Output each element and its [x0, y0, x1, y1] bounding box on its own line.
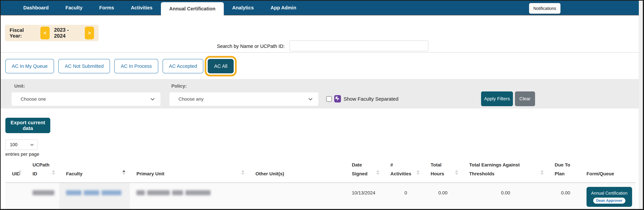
filter-ac-accepted[interactable]: AC Accepted: [162, 59, 204, 73]
nav-tab-faculty[interactable]: Faculty: [57, 1, 91, 15]
filter-ac-in-my-queue[interactable]: AC In My Queue: [5, 59, 54, 73]
redacted-value: [136, 190, 145, 195]
export-current-data-button[interactable]: Export current data: [5, 118, 50, 133]
sort-icon: [52, 170, 55, 175]
nav-tab-forms[interactable]: Forms: [91, 1, 122, 15]
cell-form-queue: Annual Certification Dean Approver: [580, 183, 636, 209]
cell-due-to-plan: 0.00: [548, 183, 580, 209]
sort-icon: [455, 170, 458, 175]
apply-filters-button[interactable]: Apply Filters: [481, 91, 513, 106]
clear-filters-button[interactable]: Clear: [515, 91, 535, 106]
redacted-value: [147, 190, 170, 195]
notifications-button[interactable]: Notifications: [529, 3, 560, 14]
search-label: Search by Name or UCPath ID:: [217, 43, 285, 49]
chevron-down-icon: [151, 97, 154, 100]
filter-panel: Unit: Choose one Policy: Choose any Show…: [1, 79, 639, 109]
search-input[interactable]: [290, 40, 428, 51]
show-faculty-separated-label: Show Faculty Separated: [344, 96, 398, 102]
policy-select[interactable]: Choose any: [169, 92, 319, 106]
entries-per-page-label: entries per page: [5, 152, 639, 157]
cell-date-signed: 10/13/2024: [345, 183, 384, 209]
cell-other-units: [249, 183, 345, 209]
redacted-value: [172, 190, 183, 195]
col-header-ucpath-id[interactable]: UCPath ID: [26, 160, 59, 183]
vertical-scrollbar[interactable]: [639, 1, 643, 209]
filter-ac-not-submitted[interactable]: AC Not Submitted: [58, 59, 110, 73]
col-header-form-queue: Form/Queue: [580, 160, 636, 183]
cell-num-activities: 0: [384, 183, 424, 209]
cell-total-earnings: 0.00: [462, 183, 548, 209]
fiscal-year-section: Fiscal Year: < 2023 - 2024 > Search by N…: [1, 15, 639, 53]
fiscal-year-label: Fiscal Year:: [10, 27, 36, 39]
col-header-total-earnings[interactable]: Total Earnings Against Thresholds: [462, 160, 548, 183]
nav-tab-annual-certification[interactable]: Annual Certification: [161, 2, 224, 15]
redacted-link: [84, 190, 99, 195]
entries-per-page-select[interactable]: 100: [5, 140, 38, 150]
nav-tab-app-admin[interactable]: App Admin: [262, 1, 305, 15]
sort-icon: [241, 170, 244, 175]
cell-uid: [5, 183, 26, 209]
filter-ac-in-process[interactable]: AC In Process: [114, 59, 158, 73]
sort-icon: [540, 170, 544, 175]
certification-table: UID UCPath ID Faculty Primary Unit Other…: [5, 160, 636, 209]
redacted-value: [186, 190, 210, 195]
dean-approver-badge: Dean Approver: [593, 198, 626, 204]
col-header-num-activities[interactable]: # Activities: [384, 160, 424, 183]
policy-select-value: Choose any: [178, 96, 204, 102]
page-content: Dashboard Faculty Forms Activities Annua…: [1, 1, 639, 209]
nav-tab-dashboard[interactable]: Dashboard: [15, 1, 57, 15]
col-header-primary-unit[interactable]: Primary Unit: [130, 160, 249, 183]
redacted-link: [102, 190, 121, 195]
chevron-down-icon: [30, 143, 33, 146]
col-header-uid[interactable]: UID: [5, 160, 26, 183]
annual-certification-button-label: Annual Certification: [588, 190, 630, 197]
nav-tab-analytics[interactable]: Analytics: [224, 1, 262, 15]
nav-tab-activities[interactable]: Activities: [122, 1, 161, 15]
purple-app-icon: [334, 95, 341, 102]
zigzag-glyph: [336, 96, 340, 101]
redacted-value: [32, 190, 54, 195]
status-filter-row: AC In My Queue AC Not Submitted AC In Pr…: [1, 53, 639, 79]
unit-label: Unit:: [14, 83, 25, 89]
cell-ucpath-id-redacted: [26, 183, 59, 209]
sort-icon: [416, 170, 420, 175]
filter-ac-all[interactable]: AC All: [208, 59, 234, 73]
fiscal-year-next-button[interactable]: >: [85, 27, 94, 39]
col-header-total-hours[interactable]: Total Hours: [424, 160, 462, 183]
col-header-other-units: Other Unit(s): [249, 160, 345, 183]
entries-per-page-value: 100: [10, 142, 18, 147]
unit-select[interactable]: Choose one: [11, 92, 161, 106]
cell-faculty-redacted[interactable]: [59, 183, 130, 209]
sort-icon: [376, 170, 379, 175]
col-header-date-signed[interactable]: Date Signed: [345, 160, 384, 183]
unit-select-value: Choose one: [20, 96, 46, 102]
policy-label: Policy:: [171, 83, 187, 89]
col-header-due-to-plan: Due To Plan: [548, 160, 580, 183]
cell-primary-unit-redacted: [130, 183, 249, 209]
fiscal-year-value: 2023 - 2024: [54, 27, 80, 39]
sort-icon: [18, 170, 22, 175]
annual-certification-button[interactable]: Annual Certification Dean Approver: [586, 187, 632, 207]
sort-icon-ascending: [122, 170, 126, 175]
chevron-down-icon: [308, 97, 312, 100]
show-faculty-separated-checkbox[interactable]: [326, 96, 332, 102]
redacted-link: [66, 190, 82, 195]
top-navbar: Dashboard Faculty Forms Activities Annua…: [1, 1, 639, 15]
cell-total-hours: 0.00: [424, 183, 462, 209]
col-header-faculty[interactable]: Faculty: [59, 160, 130, 183]
fiscal-year-prev-button[interactable]: <: [40, 27, 50, 39]
fiscal-year-selector: Fiscal Year: < 2023 - 2024 >: [5, 25, 99, 41]
app-window: Dashboard Faculty Forms Activities Annua…: [0, 0, 644, 210]
table-row: 10/13/2024 0 0.00 0.00 0.00 Annual Certi…: [5, 183, 636, 209]
table-header-row: UID UCPath ID Faculty Primary Unit Other…: [5, 160, 636, 183]
